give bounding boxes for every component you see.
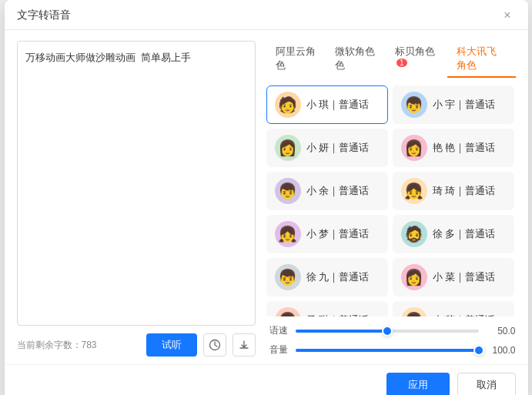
voice-label: 徐 多｜普通话 — [433, 227, 496, 241]
voice-label: 小 梦｜普通话 — [306, 227, 370, 241]
preview-button[interactable]: 试听 — [146, 333, 197, 357]
voice-item[interactable]: 👦徐 九｜普通话 — [266, 258, 388, 296]
voice-label: 小 余｜普通话 — [306, 184, 370, 198]
text-input[interactable] — [17, 41, 256, 326]
tab-microsoft[interactable]: 微软角色色 — [326, 41, 386, 78]
volume-value: 100.0 — [487, 345, 516, 356]
voice-avatar: 👩 — [401, 307, 427, 316]
voice-label: 小 琪｜普通话 — [306, 98, 370, 112]
voice-item[interactable]: 👩小 芳｜普通话 — [393, 301, 514, 316]
history-icon-button[interactable] — [203, 333, 226, 357]
volume-slider-thumb[interactable] — [473, 345, 484, 356]
voice-item[interactable]: 🧔徐 多｜普通话 — [393, 215, 514, 253]
speed-slider-row: 语速 50.0 — [266, 324, 516, 337]
dialog-titlebar: 文字转语音 × — [5, 0, 528, 30]
speed-slider-thumb[interactable] — [382, 326, 393, 336]
voice-avatar: 👩‍ — [275, 135, 301, 161]
voice-avatar: 👦 — [401, 92, 427, 118]
tab-keda[interactable]: 科大讯飞角色 — [447, 41, 516, 78]
volume-slider-row: 音量 100.0 — [266, 343, 516, 357]
voice-item[interactable]: 👩‍小 妍｜普通话 — [266, 129, 388, 167]
speed-slider-track[interactable] — [296, 330, 479, 333]
voice-item[interactable]: 👧小 梦｜普通话 — [266, 215, 388, 253]
tab-aliyun[interactable]: 阿里云角色 — [266, 41, 326, 78]
voice-avatar: 👦 — [275, 178, 301, 204]
speed-slider-fill — [296, 330, 387, 333]
voice-label: 小 菜｜普通话 — [433, 270, 496, 284]
voice-avatar: 🧑 — [275, 92, 301, 118]
voice-label: 子 琪｜普通话 — [306, 313, 370, 316]
voice-item[interactable]: 👦小 余｜普通话 — [266, 172, 388, 210]
cancel-button[interactable]: 取消 — [457, 373, 516, 395]
left-actions: 试听 — [146, 333, 256, 357]
tab-biaobu[interactable]: 标贝角色1 — [386, 41, 447, 78]
tabs-bar: 阿里云角色 微软角色色 标贝角色1 科大讯飞角色 — [266, 41, 516, 78]
voice-item[interactable]: 🧑小 琪｜普通话 — [266, 85, 388, 124]
voice-item[interactable]: 👩艳 艳｜普通话 — [393, 129, 514, 167]
voice-avatar: 👧 — [275, 221, 301, 247]
left-bottom-bar: 当前剩余字数：783 试听 — [17, 333, 256, 357]
voice-avatar: 👩 — [401, 264, 427, 290]
voice-avatar: 👦 — [275, 264, 301, 290]
voice-item[interactable]: 👩子 琪｜普通话 — [266, 301, 388, 316]
speed-label: 语速 — [266, 324, 288, 337]
sliders-section: 语速 50.0 音量 100.0 — [266, 324, 516, 357]
dialog-title: 文字转语音 — [17, 8, 71, 22]
dialog: 文字转语音 × 当前剩余字数：783 试听 — [5, 0, 528, 395]
voice-avatar: 👧 — [401, 178, 427, 204]
dialog-footer: 应用 取消 — [5, 364, 528, 395]
dialog-body: 当前剩余字数：783 试听 — [5, 30, 528, 364]
voice-label: 小 芳｜普通话 — [433, 313, 496, 316]
volume-slider-track[interactable] — [296, 349, 479, 352]
voice-grid: 🧑小 琪｜普通话👦小 宇｜普通话👩‍小 妍｜普通话👩艳 艳｜普通话👦小 余｜普通… — [266, 85, 516, 316]
voice-item[interactable]: 👦小 宇｜普通话 — [393, 85, 514, 124]
right-panel: 阿里云角色 微软角色色 标贝角色1 科大讯飞角色 🧑小 琪｜普通话👦小 宇｜普通… — [266, 41, 516, 357]
voice-label: 小 宇｜普通话 — [433, 98, 496, 112]
voice-label: 小 妍｜普通话 — [306, 141, 370, 155]
voice-item[interactable]: 👧琦 琦｜普通话 — [393, 172, 514, 210]
voice-label: 艳 艳｜普通话 — [433, 141, 496, 155]
apply-button[interactable]: 应用 — [386, 373, 450, 395]
voice-item[interactable]: 👩小 菜｜普通话 — [393, 258, 514, 296]
voice-label: 琦 琦｜普通话 — [433, 184, 496, 198]
left-panel: 当前剩余字数：783 试听 — [17, 41, 256, 357]
voice-avatar: 👩 — [401, 135, 427, 161]
volume-label: 音量 — [266, 343, 288, 357]
speed-value: 50.0 — [487, 326, 516, 336]
voice-avatar: 👩 — [275, 307, 301, 316]
char-count-label: 当前剩余字数：783 — [17, 339, 97, 352]
voice-label: 徐 九｜普通话 — [306, 270, 370, 284]
volume-slider-fill — [296, 349, 479, 352]
voice-avatar: 🧔 — [401, 221, 427, 247]
download-icon-button[interactable] — [233, 333, 256, 357]
close-button[interactable]: × — [499, 8, 515, 23]
